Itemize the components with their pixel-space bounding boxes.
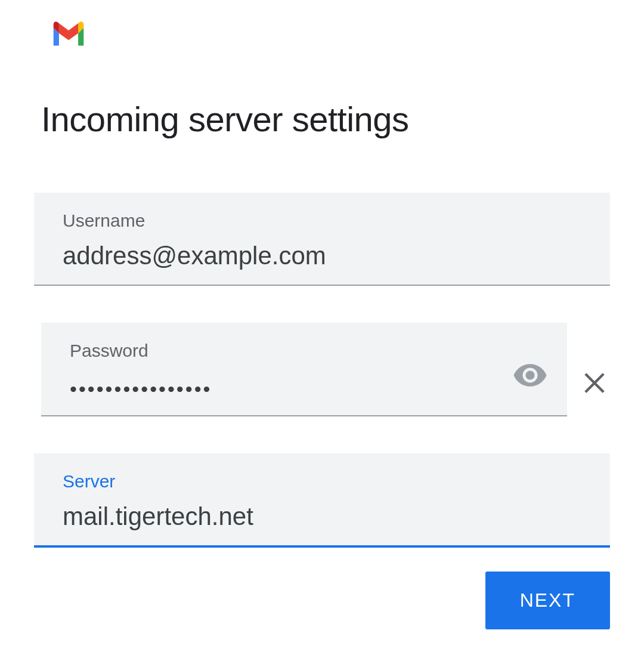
server-field[interactable]: Server mail.tigertech.net [34,453,610,548]
gmail-logo-icon [51,21,86,48]
server-value: mail.tigertech.net [63,502,581,531]
username-value: address@example.com [63,242,581,270]
clear-password-icon[interactable] [579,367,610,399]
page-title: Incoming server settings [41,99,610,139]
username-field[interactable]: Username address@example.com [34,193,610,286]
password-value: •••••••••••••••• [70,372,538,401]
visibility-toggle-icon[interactable] [512,357,548,393]
username-label: Username [63,211,581,231]
next-button[interactable]: NEXT [485,572,610,629]
server-label: Server [63,471,581,492]
password-field[interactable]: Password •••••••••••••••• [41,323,567,416]
password-label: Password [70,341,538,361]
